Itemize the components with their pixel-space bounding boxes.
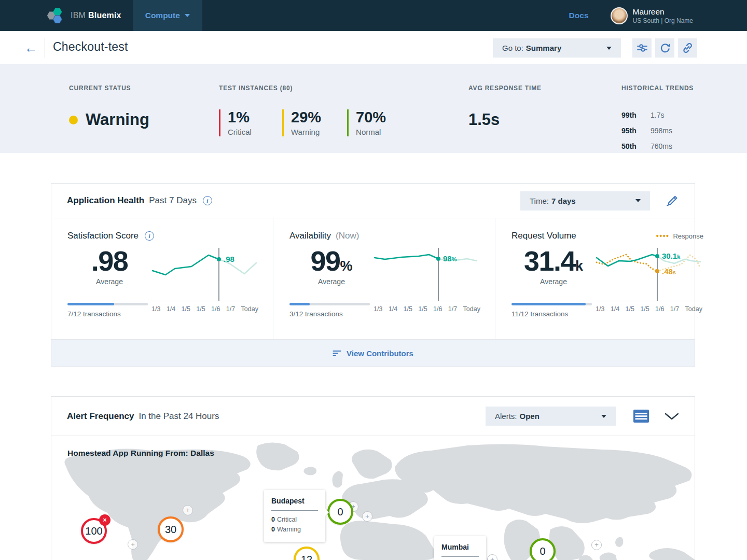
brand-product: Bluemix — [88, 11, 121, 20]
metric-big-value: .98 — [67, 246, 151, 276]
tooltip-mumbai: Mumbai Test here → — [434, 536, 486, 560]
tooltip-row: 0Critical — [271, 515, 318, 525]
stat-percent: 70% — [356, 109, 386, 126]
svg-text:98%: 98% — [443, 254, 457, 263]
transactions-progress — [289, 303, 370, 305]
link-icon — [682, 42, 694, 54]
location-alert-marker[interactable]: 0 — [327, 499, 353, 525]
sparkline-chart: 98% 1/31/41/51/51/61/7Today — [374, 246, 481, 318]
pencil-icon — [666, 193, 679, 207]
avg-response-group: AVG RESPONSE TIME 1.5s — [468, 85, 542, 129]
status-band: CURRENT STATUS Warning TEST INSTANCES (8… — [0, 64, 747, 153]
link-button[interactable] — [678, 38, 697, 58]
dashboard-page: IBMBluemix Compute Docs Maureen US South… — [0, 0, 747, 560]
top-nav: IBMBluemix Compute Docs Maureen US South… — [0, 0, 747, 31]
table-view-button[interactable] — [633, 410, 649, 423]
percentile: 99th — [621, 111, 645, 119]
goto-dropdown[interactable]: Go to: Summary — [493, 38, 621, 58]
view-contributors-button[interactable]: View Contributors — [51, 339, 695, 367]
nav-menu-label: Compute — [145, 11, 180, 20]
percentile-value: 1.7s — [651, 111, 699, 119]
instance-stat-warning: 29% Warning — [282, 109, 321, 136]
brand-ibm: IBM — [71, 11, 86, 20]
docs-link[interactable]: Docs — [569, 11, 589, 20]
zoom-in-marker[interactable]: + — [591, 540, 602, 550]
status-value: Warning — [86, 110, 149, 129]
collapse-button[interactable] — [665, 413, 679, 420]
stat-percent: 1% — [228, 109, 256, 126]
alerts-filter-label: Alerts: — [495, 412, 517, 421]
zoom-in-marker[interactable]: + — [128, 539, 138, 550]
metric-big-value: 31.4k — [511, 246, 596, 276]
table-icon — [633, 410, 649, 423]
zoom-in-marker[interactable]: + — [362, 511, 372, 522]
metric-caption: Average — [67, 277, 151, 286]
tooltip-row: 0Warning — [271, 525, 318, 535]
metric-title: Availability — [289, 231, 331, 241]
location-alert-marker[interactable]: 100× — [81, 518, 107, 544]
location-alert-marker[interactable]: 0 — [530, 538, 556, 560]
card-title: Application Health — [67, 195, 144, 206]
transactions-progress — [511, 303, 592, 305]
status-dot — [69, 116, 78, 124]
card-subtitle: Past 7 Days — [149, 195, 197, 206]
tooltip-budapest: Budapest 0Critical 0Warning — [264, 490, 325, 542]
divider — [45, 38, 45, 58]
refresh-button[interactable] — [655, 38, 674, 58]
critical-badge: × — [99, 514, 110, 526]
historical-trends-heading: HISTORICAL TRENDS — [621, 85, 699, 92]
card-subtitle: In the Past 24 Hours — [139, 411, 219, 422]
tooltip-title: Mumbai — [441, 543, 479, 551]
stat-label: Critical — [228, 128, 256, 136]
stat-label: Normal — [356, 128, 386, 136]
trend-row: 95th 998ms — [621, 123, 699, 138]
divider — [271, 510, 318, 511]
percentile: 50th — [621, 142, 645, 150]
chevron-down-icon — [601, 415, 606, 418]
sparkline-chart: 30.1k.48s 1/31/41/51/51/61/7Today — [596, 246, 703, 318]
svg-text:.98: .98 — [224, 255, 234, 263]
edit-button[interactable] — [666, 193, 679, 208]
info-icon[interactable]: i — [145, 231, 154, 241]
instance-stat-normal: 70% Normal — [347, 109, 386, 136]
legend-label: Response — [673, 232, 703, 240]
sliders-icon — [636, 42, 648, 54]
dotted-line-icon: •••• — [656, 232, 670, 240]
trend-row: 50th 760ms — [621, 138, 699, 154]
chevron-down-icon — [185, 14, 190, 17]
time-filter-label: Time: — [530, 197, 549, 205]
page-title: Checkout-test — [53, 40, 128, 54]
goto-value: Summary — [526, 44, 561, 52]
alert-map: Homestead App Running From: Dallas — [51, 436, 695, 560]
transactions-label: 7/12 transactions — [67, 310, 151, 318]
avg-response-value: 1.5s — [468, 110, 542, 129]
test-instances-group: TEST INSTANCES (80) 1% Critical 29% Warn… — [219, 85, 386, 136]
application-health-card: Application Health Past 7 Days i Time: 7… — [51, 183, 695, 367]
settings-sliders-button[interactable] — [632, 38, 652, 58]
filter-icon — [333, 350, 341, 357]
nav-menu-compute[interactable]: Compute — [133, 0, 202, 31]
metric-caption: Average — [511, 277, 596, 286]
svg-text:.48s: .48s — [662, 267, 676, 276]
map-title: Homestead App Running From: Dallas — [67, 449, 214, 458]
response-legend: •••• Response — [656, 232, 703, 240]
location-alert-marker[interactable]: 30 — [158, 516, 184, 542]
metric-title: Request Volume — [511, 231, 576, 241]
metric-caption: Average — [289, 277, 374, 286]
user-org: US South | Org Name — [633, 17, 694, 24]
transactions-progress — [67, 303, 148, 305]
zoom-in-marker[interactable]: + — [183, 505, 193, 515]
alerts-filter-dropdown[interactable]: Alerts: Open — [486, 407, 616, 426]
chevron-down-icon — [635, 199, 641, 202]
tooltip-title: Budapest — [271, 497, 318, 505]
page-header: ← Checkout-test Go to: Summary — [0, 31, 747, 64]
goto-label: Go to: — [502, 44, 523, 52]
percentile-value: 998ms — [651, 127, 699, 135]
divider — [441, 556, 479, 557]
user-menu[interactable]: Maureen US South | Org Name — [611, 7, 694, 24]
info-icon[interactable]: i — [203, 196, 212, 205]
time-filter-dropdown[interactable]: Time: 7 days — [520, 191, 650, 211]
sparkline-chart: .98 1/31/41/51/51/61/7Today — [151, 246, 259, 318]
historical-trends-group: HISTORICAL TRENDS 99th 1.7s 95th 998ms 5… — [621, 85, 699, 154]
back-button[interactable]: ← — [23, 39, 39, 56]
